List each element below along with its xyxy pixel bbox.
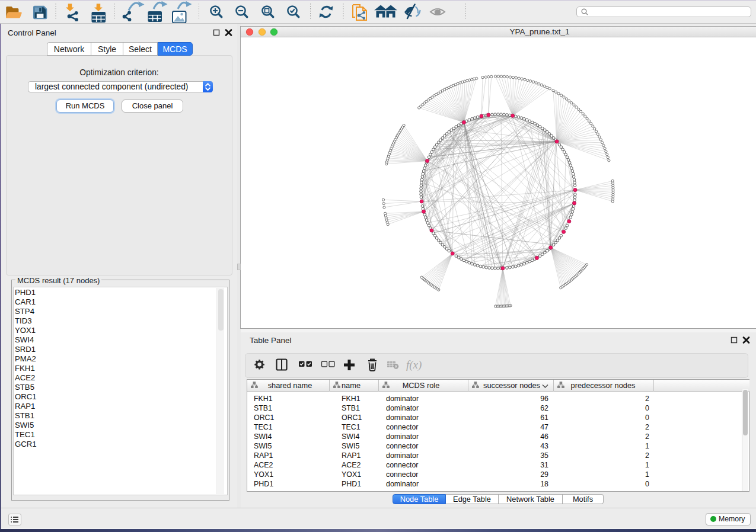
svg-text:f(x): f(x) [406, 358, 422, 371]
svg-text:MCDS role: MCDS role [403, 381, 440, 390]
svg-text:name: name [342, 381, 361, 390]
svg-text:predecessor nodes: predecessor nodes [571, 381, 636, 390]
svg-text:shared name: shared name [268, 381, 312, 390]
svg-text:successor nodes: successor nodes [483, 381, 540, 390]
